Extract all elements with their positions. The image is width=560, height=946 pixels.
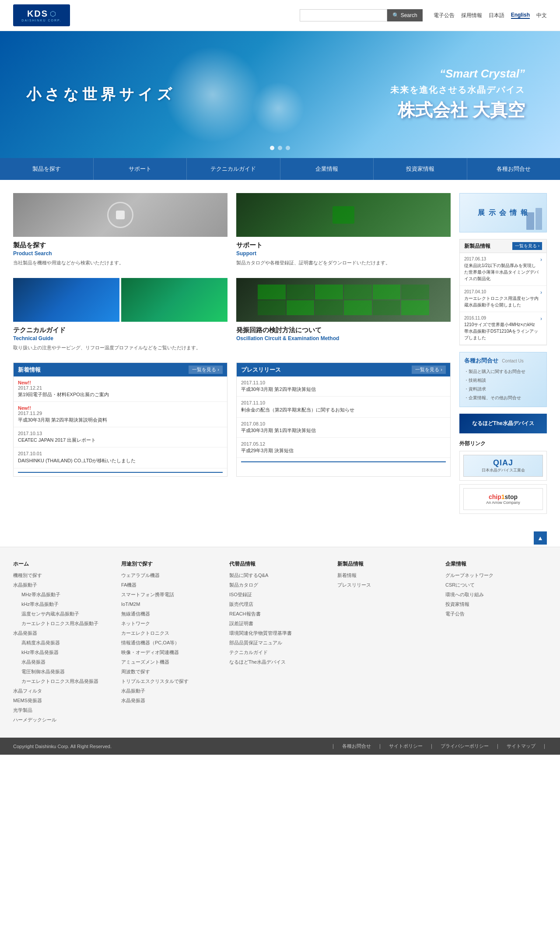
header-link-electronic[interactable]: 電子公告	[434, 12, 455, 19]
search-button[interactable]: 🔍 Search	[387, 9, 423, 21]
contact-banner[interactable]: 各種お問合せ Contact Us ・製品と購入に関するお問合せ ・技術相談 ・…	[459, 352, 547, 407]
news-footer-line	[18, 472, 223, 473]
footer-col-1-item-13[interactable]: MEMS発振器	[13, 696, 115, 705]
footer-col-3-item-7[interactable]: 部品品質保証マニュアル	[229, 638, 331, 647]
logo[interactable]: KDS ⬡ DAISHINKU CORP.	[13, 4, 70, 26]
new-product-date-0: 2017.06.13	[464, 257, 539, 261]
nav-item-support[interactable]: サポート	[94, 158, 187, 180]
product-search-card[interactable]: 製品を探す Product Search 当社製品を機種や用途などから検索いただ…	[13, 193, 228, 267]
footer-link-contact[interactable]: 各種お問合せ	[342, 743, 371, 749]
exhibit-banner[interactable]: 展 示 会 情 報	[459, 193, 547, 232]
tech-guide-card[interactable]: テクニカルガイド Technical Guide 取り扱い上の注意やテーピング、…	[13, 278, 228, 352]
footer-col-2-item-0[interactable]: ウェアラブル機器	[121, 570, 223, 580]
news-item-1[interactable]: New!! 2017.11.29 平成30年3月期 第2四半期決算説明会資料	[14, 402, 227, 427]
footer-col-2-item-13[interactable]: 水晶発振器	[121, 696, 223, 705]
footer-col-5-item-3[interactable]: 投資家情報	[445, 599, 547, 609]
footer-col-4-item-1[interactable]: プレスリリース	[337, 580, 439, 590]
footer-col-1-item-0[interactable]: 機種別で探す	[13, 570, 115, 580]
footer-col-1-item-2[interactable]: MHz帯水晶振動子	[13, 590, 115, 599]
nav-item-tech-guide[interactable]: テクニカルガイド	[187, 158, 280, 180]
footer-col-1-item-11[interactable]: カーエレクトロニクス用水晶発振器	[13, 676, 115, 686]
footer-col-2-item-1[interactable]: FA機器	[121, 580, 223, 590]
footer-col-1-item-8[interactable]: kHz帯水晶発振器	[13, 647, 115, 657]
footer-col-3-item-9[interactable]: なるほどThe水晶デバイス	[229, 657, 331, 667]
header-link-en[interactable]: English	[511, 12, 530, 19]
footer-col-2-item-3[interactable]: IoT/M2M	[121, 599, 223, 609]
press-link[interactable]: 一覧を見る ›	[412, 366, 446, 374]
footer-col-3-item-4[interactable]: REACH報告書	[229, 609, 331, 619]
footer-col-2-item-12[interactable]: 水晶振動子	[121, 686, 223, 696]
footer-col-1-item-10[interactable]: 電圧制御水晶発振器	[13, 667, 115, 676]
press-item-1[interactable]: 2017.11.10 剰余金の配当（第2四半期末配当）に関するお知らせ	[237, 397, 450, 418]
footer-col-1-item-15[interactable]: ハーメデックシール	[13, 715, 115, 724]
news-link[interactable]: 一覧を見る ›	[189, 366, 223, 374]
hero-dot-1[interactable]	[270, 146, 274, 150]
nav-item-products[interactable]: 製品を探す	[0, 158, 94, 180]
nav-item-investor[interactable]: 投資家情報	[374, 158, 467, 180]
press-item-2[interactable]: 2017.08.10 平成30年3月期 第1四半期決算短信	[237, 418, 450, 438]
footer-col-2-item-9[interactable]: アミューズメント機器	[121, 657, 223, 667]
nav-item-contact[interactable]: 各種お問合せ	[467, 158, 560, 180]
footer-col-2-item-8[interactable]: 映像・オーディオ関連機器	[121, 647, 223, 657]
footer-col-1-item-6[interactable]: 水晶発振器	[13, 628, 115, 638]
footer-bottom: Copyright Daishinku Corp. All Right Rese…	[0, 738, 560, 755]
footer-col-1-item-4[interactable]: 温度センサ内蔵水晶振動子	[13, 609, 115, 619]
news-item-2[interactable]: 2017.10.13 CEATEC JAPAN 2017 出展レポート	[14, 427, 227, 447]
footer-col-1-item-9[interactable]: 水晶発振器	[13, 657, 115, 667]
support-card[interactable]: サポート Support 製品カタログや各種登録証、証明書などをダウンロードいた…	[236, 193, 451, 267]
footer-link-separator: ｜	[331, 743, 336, 749]
scroll-top-button[interactable]: ▲	[534, 531, 547, 545]
oscillation-card[interactable]: 発振回路の検討方法について Oscillation Circuit & Exam…	[236, 278, 451, 352]
new-product-date-2: 2016.11.09	[464, 316, 539, 320]
chip1stop-link[interactable]: chip1stop An Arrow Company	[459, 484, 547, 514]
press-item-3[interactable]: 2017.05.12 平成29年3月期 決算短信	[237, 438, 450, 458]
footer-col-1-item-7[interactable]: 高精度水晶発振器	[13, 638, 115, 647]
tech-guide-image	[13, 278, 228, 322]
new-product-item-1[interactable]: 2017.04.10 カーエレクトロニクス用温度センサ内蔵水晶振動子を公開しまし…	[460, 286, 546, 312]
footer-col-2-item-11[interactable]: トリプルエスクリスタルで探す	[121, 676, 223, 686]
nav-item-company[interactable]: 企業情報	[280, 158, 374, 180]
footer-col-2-item-4[interactable]: 無線通信機器	[121, 609, 223, 619]
footer-col-2-item-7[interactable]: 情報通信機器（PC,OA等）	[121, 638, 223, 647]
header-link-ja[interactable]: 日本語	[489, 12, 504, 19]
new-product-item-2[interactable]: 2016.11.09 1210サイズで世界最小4MHz×のkHz帯水晶振動子DS…	[460, 312, 546, 345]
footer-col-2-item-6[interactable]: カーエレクトロニクス	[121, 628, 223, 638]
news-item-3[interactable]: 2017.10.01 DAISHINKU (THAILAND) CO.,LTDが…	[14, 447, 227, 468]
footer-col-1-item-14[interactable]: 光学製品	[13, 705, 115, 715]
footer-col-5-item-0[interactable]: グループネットワーク	[445, 570, 547, 580]
footer-col-3-item-3[interactable]: 販売代理店	[229, 599, 331, 609]
footer-col-4-item-0[interactable]: 新着情報	[337, 570, 439, 580]
news-item-0[interactable]: New!! 2017.12.21 第19回電子部品・材料EXPO出展のご案内	[14, 376, 227, 402]
footer-link-policy[interactable]: サイトポリシー	[389, 743, 423, 749]
footer-link-sitemap[interactable]: サイトマップ	[507, 743, 536, 749]
footer-col-3-item-6[interactable]: 環境関連化学物質管理基準書	[229, 628, 331, 638]
footer-col-2-item-2[interactable]: スマートフォン携帯電話	[121, 590, 223, 599]
new-product-item-0[interactable]: 2017.06.13 従来品比1/2以下の製品厚みを実現した世界最小薄薄※水晶タ…	[460, 253, 546, 286]
press-item-0[interactable]: 2017.11.10 平成30年3月期 第2四半期決算短信	[237, 376, 450, 397]
qiaj-link[interactable]: QIAJ 日本水晶デバイス工業会	[459, 451, 547, 481]
footer-col-3-item-5[interactable]: 誤差証明書	[229, 619, 331, 628]
header-link-recruit[interactable]: 採用情報	[461, 12, 482, 19]
hero-dot-2[interactable]	[278, 146, 282, 150]
footer-col-3-item-0[interactable]: 製品に関するQ&A	[229, 570, 331, 580]
footer-link-sep-2: ｜	[429, 743, 434, 749]
footer-col-1-item-5[interactable]: カーエレクトロニクス用水晶振動子	[13, 619, 115, 628]
footer-link-privacy[interactable]: プライバシーポリシー	[441, 743, 489, 749]
footer-col-1-item-3[interactable]: kHz帯水晶振動子	[13, 599, 115, 609]
footer-col-3-item-8[interactable]: テクニカルガイド	[229, 647, 331, 657]
footer-col-5-item-2[interactable]: 環境への取り組み	[445, 590, 547, 599]
footer-col-2-item-5[interactable]: ネットワーク	[121, 619, 223, 628]
footer-col-2-item-10[interactable]: 周波数で探す	[121, 667, 223, 676]
header-link-zh[interactable]: 中文	[536, 12, 547, 19]
footer-col-1-item-1[interactable]: 水晶振動子	[13, 580, 115, 590]
footer-col-3-item-2[interactable]: ISO登録証	[229, 590, 331, 599]
search-input[interactable]	[300, 9, 387, 21]
hero-dot-3[interactable]	[286, 146, 290, 150]
naruhodo-banner[interactable]: なるほどThe水晶デバイス	[459, 414, 547, 433]
footer-col-5-item-4[interactable]: 電子公告	[445, 609, 547, 619]
footer-col-1-item-12[interactable]: 水晶フィルタ	[13, 686, 115, 696]
footer-col-5-item-1[interactable]: CSRについて	[445, 580, 547, 590]
new-products-link[interactable]: 一覧を見る ›	[512, 242, 542, 250]
footer-col-3-item-1[interactable]: 製品カタログ	[229, 580, 331, 590]
contact-items: ・製品と購入に関するお問合せ ・技術相談 ・資料請求 ・企業情報、その他お問合せ	[464, 367, 542, 402]
